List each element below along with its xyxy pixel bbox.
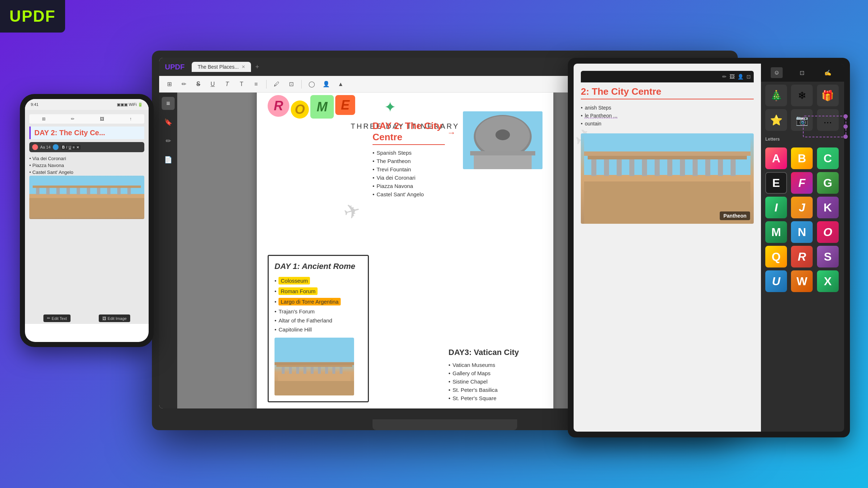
- sticker-letter-R[interactable]: R: [791, 246, 813, 267]
- list-item-via: Via dei Coronari: [373, 174, 445, 182]
- phone-device: 9:41 ▣▣▣ WiFi 🔋 ⊞ ✏ 🖼 ↑ DAY 2: The City …: [20, 94, 154, 347]
- tab-close-icon[interactable]: ✕: [242, 64, 245, 69]
- edit-text-button[interactable]: ✏ Edit Text: [43, 314, 71, 322]
- phone-tool-share[interactable]: ↑: [129, 116, 132, 121]
- sticker-gift[interactable]: 🎁: [817, 85, 839, 106]
- sticker-letter-C[interactable]: C: [817, 147, 839, 169]
- sticker-letter-F[interactable]: F: [791, 172, 813, 194]
- sticker-letter-K[interactable]: K: [817, 197, 839, 218]
- sticker-tab-emoji[interactable]: ☺: [771, 67, 782, 78]
- tool-text[interactable]: T: [221, 78, 233, 90]
- format-align[interactable]: ≡: [73, 145, 75, 149]
- svg-rect-40: [642, 159, 647, 176]
- sticker-letter-A[interactable]: A: [765, 147, 787, 169]
- day2-pantheon-image: [463, 111, 542, 169]
- list-item-colosseum: Colosseum: [275, 275, 362, 286]
- laptop-base: [373, 419, 517, 430]
- phone-list-piazza: Piazza Navona: [29, 162, 144, 169]
- phone-format-bar: Aa 14 B I U ≡ ✕: [29, 142, 144, 152]
- sticker-tab-signature[interactable]: ✍: [821, 67, 834, 78]
- phone-screen: 9:41 ▣▣▣ WiFi 🔋 ⊞ ✏ 🖼 ↑ DAY 2: The City …: [25, 99, 149, 342]
- sticker-snowflake[interactable]: ❄: [791, 85, 813, 106]
- tool-strikethrough[interactable]: S̶: [192, 78, 204, 90]
- tool-text-align[interactable]: ≡: [250, 78, 262, 90]
- day2-title: DAY 2: The City Centre: [373, 120, 445, 145]
- day3-section: DAY3: Vatican City Vatican Museums Galle…: [448, 348, 542, 402]
- sticker-letter-N[interactable]: N: [791, 221, 813, 243]
- tablet-list-pantheon: le Pantheon ...: [581, 112, 754, 120]
- svg-rect-43: [680, 159, 685, 176]
- font-size-label: Aa 14: [40, 145, 51, 149]
- tool-user[interactable]: 👤: [320, 78, 332, 90]
- tablet-pdf-area: ✏ 🖼 👤 ⊡ 2: The City Centre anish Steps l…: [574, 64, 761, 432]
- tab-add-icon[interactable]: +: [255, 63, 259, 71]
- tool-underline[interactable]: U: [207, 78, 218, 90]
- svg-rect-46: [718, 159, 723, 176]
- format-bold[interactable]: B: [62, 145, 65, 149]
- format-italic[interactable]: I: [66, 145, 67, 149]
- sticker-letter-G[interactable]: G: [817, 172, 839, 194]
- tool-shape[interactable]: ◯: [306, 78, 318, 90]
- tool-stamp[interactable]: ⊡: [285, 78, 297, 90]
- svg-rect-12: [275, 362, 354, 365]
- sticker-tab-stamp[interactable]: ⊡: [797, 67, 807, 78]
- svg-rect-38: [617, 159, 622, 176]
- day1-section: DAY 1: Ancient Rome Colosseum Roman Foru…: [268, 255, 369, 402]
- tool-color[interactable]: ▲: [335, 78, 346, 90]
- list-item-roman-forum: Roman Forum: [275, 286, 362, 296]
- list-item-st-peters-square: St. Peter's Square: [448, 394, 542, 402]
- phone-tool-image[interactable]: 🖼: [100, 116, 104, 121]
- sticker-star2[interactable]: ⭐: [765, 109, 787, 131]
- tablet-tool-image[interactable]: 🖼: [729, 74, 735, 80]
- phone-list-castel: Castel Sant' Angelo: [29, 169, 144, 176]
- pantheon-label-badge: Pantheon: [720, 211, 750, 220]
- phone-tool-edit[interactable]: ✏: [71, 116, 75, 121]
- tablet-tool-pencil[interactable]: ✏: [722, 74, 727, 80]
- tool-select[interactable]: ⊞: [163, 78, 175, 90]
- color-dot-blue[interactable]: [53, 144, 59, 150]
- sticker-letter-E-box[interactable]: E: [765, 172, 787, 194]
- sticker-letter-O[interactable]: O: [817, 221, 839, 243]
- svg-rect-42: [667, 159, 672, 176]
- svg-point-16: [495, 129, 510, 140]
- sidebar-annotation-icon[interactable]: ✏: [162, 134, 175, 147]
- color-dot-red[interactable]: [32, 144, 38, 150]
- list-item-altar: Altar of the Fatherland: [275, 316, 362, 325]
- sticker-letter-Q[interactable]: Q: [765, 246, 787, 267]
- sticker-letter-S[interactable]: S: [817, 246, 839, 267]
- sidebar-bookmark-icon[interactable]: 🔖: [162, 116, 175, 129]
- sticker-letter-M[interactable]: M: [765, 221, 787, 243]
- sidebar-page-icon[interactable]: 📄: [162, 153, 175, 166]
- sticker-letter-B[interactable]: B: [791, 147, 813, 169]
- list-item-spanish-steps: Spanish Steps: [373, 149, 445, 157]
- tablet-tool-user[interactable]: 👤: [737, 74, 744, 80]
- svg-rect-29: [107, 187, 110, 195]
- sticker-letter-W[interactable]: W: [791, 270, 813, 292]
- day1-building-image: [275, 338, 354, 395]
- sticker-letter-J[interactable]: J: [791, 197, 813, 218]
- tablet-tool-crop[interactable]: ⊡: [746, 74, 751, 80]
- tool-text-box[interactable]: T: [236, 78, 247, 90]
- list-item-pantheon: The Pantheon: [373, 157, 445, 165]
- edit-image-button[interactable]: 🖼 Edit Image: [99, 314, 131, 322]
- list-item-castel: Castel Sant' Angelo: [373, 190, 445, 198]
- sidebar-nav-icon[interactable]: ≡: [162, 97, 175, 110]
- svg-rect-36: [591, 159, 596, 176]
- format-underline[interactable]: U: [69, 145, 71, 149]
- tool-pencil[interactable]: ✏: [178, 78, 190, 90]
- day3-list: Vatican Museums Gallery of Maps Sistine …: [448, 361, 542, 402]
- phone-time: 9:41: [31, 102, 38, 107]
- sticker-letter-X[interactable]: X: [817, 270, 839, 292]
- sticker-letter-U[interactable]: U: [765, 270, 787, 292]
- tool-highlight[interactable]: 🖊: [271, 78, 282, 90]
- sticker-letters-grid: A B C E F G I J K M N O Q R S U W X: [761, 145, 844, 295]
- list-item-st-peters-basilica: St. Peter's Basilica: [448, 386, 542, 394]
- document-tab[interactable]: The Best Places... ✕: [192, 62, 251, 72]
- svg-rect-22: [36, 187, 39, 195]
- day3-title: DAY3: Vatican City: [448, 348, 542, 357]
- format-close[interactable]: ✕: [76, 145, 79, 149]
- sticker-letter-I[interactable]: I: [765, 197, 787, 218]
- svg-rect-30: [117, 187, 120, 195]
- phone-tool-home[interactable]: ⊞: [42, 116, 46, 121]
- sticker-gingerbread[interactable]: 🎄: [765, 85, 787, 106]
